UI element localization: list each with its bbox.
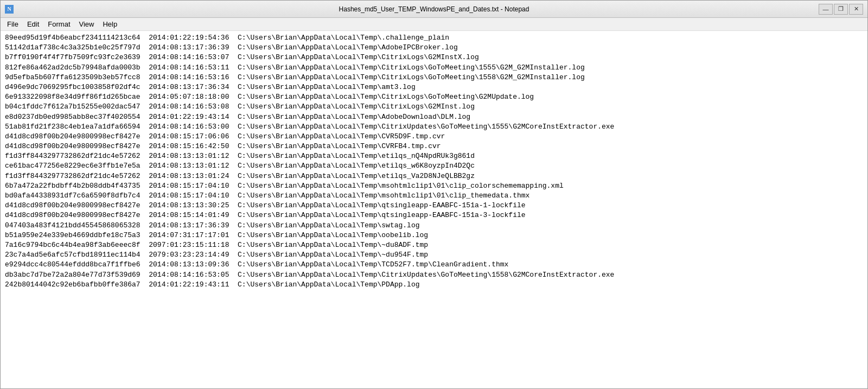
menu-file[interactable]: File <box>3 19 23 29</box>
notepad-window: N Hashes_md5_User_TEMP_WindowsPE_and_Dat… <box>0 0 868 389</box>
notepad-icon: N <box>5 5 14 14</box>
window-title: Hashes_md5_User_TEMP_WindowsPE_and_Dates… <box>339 5 529 13</box>
menu-edit[interactable]: Edit <box>23 19 43 29</box>
title-bar-left: N <box>5 5 14 14</box>
title-bar-controls: — ❐ ✕ <box>819 4 863 15</box>
minimize-button[interactable]: — <box>819 4 833 15</box>
menu-bar: File Edit Format View Help <box>1 18 867 31</box>
menu-help[interactable]: Help <box>98 19 122 29</box>
close-button[interactable]: ✕ <box>849 4 863 15</box>
menu-view[interactable]: View <box>75 19 99 29</box>
text-content[interactable]: 89eed95d19f4b6eabcf2341114213c64 2014:01… <box>1 31 867 388</box>
menu-format[interactable]: Format <box>43 19 74 29</box>
content-area: 89eed95d19f4b6eabcf2341114213c64 2014:01… <box>1 31 867 388</box>
title-bar: N Hashes_md5_User_TEMP_WindowsPE_and_Dat… <box>1 1 867 18</box>
restore-button[interactable]: ❐ <box>834 4 848 15</box>
